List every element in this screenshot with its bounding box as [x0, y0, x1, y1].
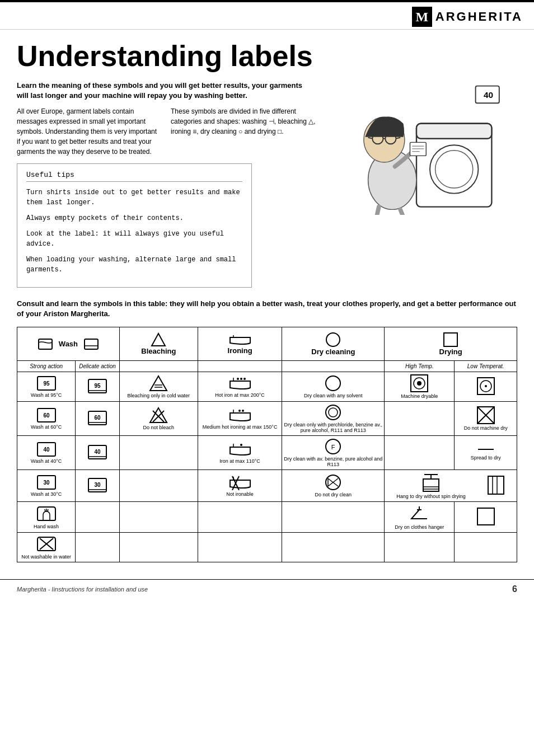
not-washable: Not washable in water: [17, 533, 76, 562]
logo-name: ARGHERITA: [435, 10, 523, 24]
hang-to-dry: Hang to dry without spin drying: [385, 470, 517, 502]
bleach-cold: Bleaching only in cold water: [119, 372, 198, 402]
tip-2: Always empty pockets of their contents.: [26, 213, 242, 223]
bleach-empty-3: [119, 502, 198, 533]
svg-line-81: [45, 509, 45, 511]
intro-right: 40: [327, 81, 517, 288]
dry-clean-empty-2: [282, 533, 385, 562]
table-row: 30 Wash at 30°C 30: [17, 470, 517, 502]
dry-clean-header-label: Dry cleaning: [311, 348, 355, 356]
svg-point-48: [326, 405, 340, 420]
drying-empty-left: [385, 533, 455, 562]
svg-marker-18: [152, 334, 165, 346]
svg-rect-86: [477, 508, 494, 525]
tip-4: When loading your washing, alternate lar…: [26, 255, 242, 275]
footer: Margherita - Iinstructions for installat…: [0, 579, 534, 599]
wash-60-strong: 60 Wash at 60°C: [17, 402, 76, 436]
svg-point-30: [240, 378, 242, 380]
dry-clean-empty: [282, 502, 385, 533]
svg-point-57: [240, 444, 242, 446]
svg-text:95: 95: [95, 383, 101, 389]
wash-header-label: Wash: [59, 340, 78, 348]
svg-text:40: 40: [43, 447, 50, 453]
hand-wash: Hand wash: [17, 502, 76, 533]
svg-point-46: [238, 410, 241, 412]
no-machine-dry-left: [385, 402, 455, 436]
header-drying: Drying: [385, 327, 517, 361]
intro-col1: All over Europe, garment labels contain …: [17, 106, 162, 157]
dry-clean-limited: Dry clean only with perchloride, benzine…: [282, 402, 385, 436]
svg-line-72: [333, 482, 338, 486]
bleach-empty-4: [119, 533, 198, 562]
svg-text:F: F: [331, 444, 335, 450]
svg-line-71: [333, 478, 338, 482]
svg-point-2: [435, 150, 473, 187]
not-ironable: Not ironable: [198, 470, 282, 502]
svg-text:60: 60: [43, 412, 50, 419]
svg-point-47: [242, 410, 244, 412]
footer-page: 6: [512, 584, 517, 594]
clothes-hanger-dry: Dry on clothes hanger: [385, 502, 455, 533]
do-not-dry-clean: Do not dry clean: [282, 470, 385, 502]
bleach-empty-2: [119, 470, 198, 502]
header-bleaching: Bleaching: [119, 327, 198, 361]
dry-clean-any: Dry clean with any solvent: [282, 372, 385, 402]
svg-rect-3: [416, 123, 491, 138]
iron-150: Medium hot ironing at max 150°C: [198, 402, 282, 436]
svg-text:60: 60: [95, 415, 101, 421]
table-row: Hand wash Dry on clothes hanger: [17, 502, 517, 533]
symbols-table: Wash Bleaching: [17, 327, 517, 562]
intro-left: Learn the meaning of these symbols and y…: [17, 81, 316, 288]
tip-3: Look at the label: it will always give y…: [26, 229, 242, 249]
tip-1: Turn shirts inside out to get better res…: [26, 187, 242, 208]
table-row: 95 Wash at 95°C 95: [17, 372, 517, 402]
wash-95-strong: 95 Wash at 95°C: [17, 372, 76, 402]
header-dry-cleaning: Dry cleaning: [282, 327, 385, 361]
svg-point-49: [329, 408, 338, 417]
svg-text:30: 30: [43, 480, 50, 486]
ironing-header-label: Ironing: [228, 346, 252, 355]
svg-point-35: [417, 381, 421, 386]
svg-text:95: 95: [43, 381, 50, 387]
tips-box: Useful tips Turn shirts inside out to ge…: [17, 163, 252, 288]
hand-wash-empty: [76, 502, 120, 533]
drying-header-label: Drying: [439, 348, 462, 356]
svg-line-70: [328, 482, 333, 486]
table-row: Not washable in water: [17, 533, 517, 562]
bleach-header-label: Bleaching: [141, 347, 176, 355]
iron-200: Hot iron at max 200°C: [198, 372, 282, 402]
iron-empty: [198, 502, 282, 533]
logo-letter: M: [412, 7, 432, 27]
intro-section: Learn the meaning of these symbols and y…: [17, 81, 517, 288]
spread-to-dry: Spread to dry: [455, 436, 517, 470]
table-row: 40 Wash at 40°C 40: [17, 436, 517, 470]
dry-clean-benzine: F Dry clean with av. benzine, pure alcoh…: [282, 436, 385, 470]
footer-text: Margherita - Iinstructions for installat…: [17, 586, 148, 593]
sub-header-low-temp: Low Temperat.: [455, 361, 517, 372]
main-content: Understanding labels Learn the meaning o…: [0, 30, 534, 574]
do-not-bleach: Do not bleach: [119, 402, 198, 436]
iron-110: Iron at max 110°C: [198, 436, 282, 470]
spread-dry-left: [385, 436, 455, 470]
sub-header-high-temp: High Temp.: [385, 361, 455, 372]
svg-marker-42: [150, 408, 167, 422]
wash-40-delicate: 40: [76, 436, 120, 470]
table-row: 60 Wash at 60°C 60: [17, 402, 517, 436]
intro-col2: These symbols are divided in five differ…: [171, 106, 316, 157]
sub-header-strong: Strong action: [17, 361, 76, 372]
svg-text:40: 40: [95, 449, 101, 455]
header-ironing: Ironing: [198, 327, 282, 361]
svg-point-38: [485, 385, 487, 387]
svg-point-20: [326, 333, 340, 346]
svg-point-1: [430, 145, 478, 193]
bleach-empty: [119, 436, 198, 470]
clothes-hanger-box: [455, 502, 517, 533]
machine-dryable-low: [455, 372, 517, 402]
wash-95-delicate: 95: [76, 372, 120, 402]
svg-rect-78: [488, 476, 504, 494]
wash-40-strong: 40 Wash at 40°C: [17, 436, 76, 470]
svg-marker-25: [150, 376, 167, 391]
illustration: 40: [327, 81, 506, 215]
not-washable-empty: [76, 533, 120, 562]
machine-dryable-high: Machine dryable: [385, 372, 455, 402]
